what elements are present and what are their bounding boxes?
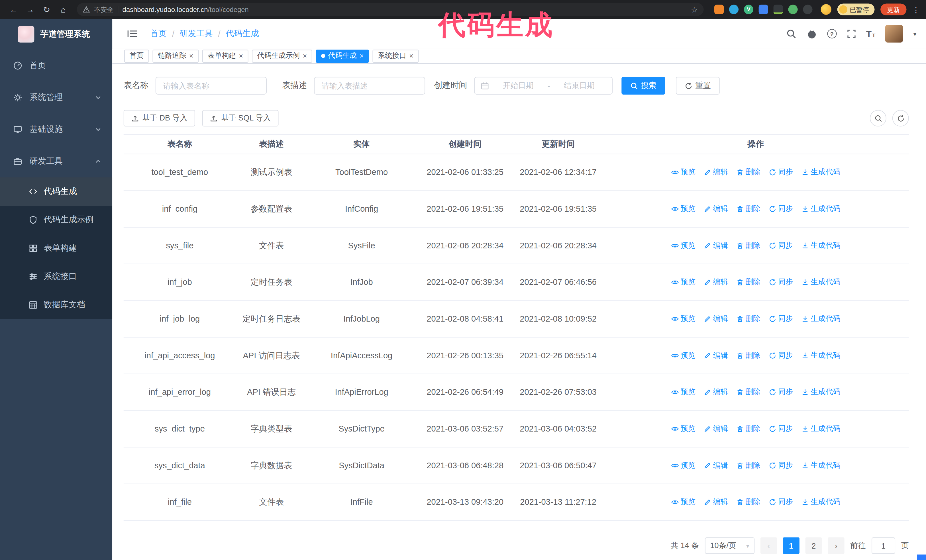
delete-link[interactable]: 删除 [736, 313, 761, 325]
sync-link[interactable]: 同步 [769, 387, 793, 398]
preview-link[interactable]: 预览 [671, 167, 696, 178]
sidebar-item-devtools[interactable]: 研发工具 [0, 146, 112, 177]
preview-link[interactable]: 预览 [671, 240, 696, 252]
generate-code-link[interactable]: 生成代码 [801, 203, 840, 215]
vue-devtools-icon[interactable]: V [744, 5, 754, 14]
edit-link[interactable]: 编辑 [704, 387, 728, 398]
caret-down-icon[interactable]: ▾ [913, 30, 916, 38]
delete-link[interactable]: 删除 [736, 423, 761, 435]
sync-link[interactable]: 同步 [769, 203, 793, 215]
sync-link[interactable]: 同步 [769, 240, 793, 252]
edit-link[interactable]: 编辑 [704, 423, 728, 435]
page-button-1[interactable]: 1 [783, 537, 799, 554]
edit-link[interactable]: 编辑 [704, 497, 728, 508]
update-button[interactable]: 更新 [881, 3, 906, 15]
search-button[interactable]: 搜索 [622, 77, 665, 95]
sidebar-item-home[interactable]: 首页 [0, 50, 112, 82]
tab[interactable]: 系统接口 × [373, 50, 419, 63]
delete-link[interactable]: 删除 [736, 350, 761, 361]
user-avatar[interactable] [885, 25, 903, 43]
preview-link[interactable]: 预览 [671, 277, 696, 288]
reset-button[interactable]: 重置 [676, 77, 720, 95]
table-desc-input[interactable] [314, 77, 425, 95]
help-icon[interactable]: ? [827, 29, 837, 38]
url-bar[interactable]: 不安全 dashboard.yudao.iocoder.cn/tool/code… [77, 3, 704, 16]
prev-page-button[interactable]: ‹ [761, 537, 777, 554]
tab[interactable]: 代码生成 × [316, 50, 369, 63]
tab-close-icon[interactable]: × [409, 53, 413, 60]
delete-link[interactable]: 删除 [736, 203, 761, 215]
fontsize-icon[interactable]: TT [866, 29, 876, 39]
extension-icon[interactable] [788, 5, 797, 14]
sidebar-subitem-codegen[interactable]: 代码生成 [0, 177, 112, 206]
sync-link[interactable]: 同步 [769, 423, 793, 435]
extension-icon[interactable] [773, 5, 783, 14]
hamburger-icon[interactable] [122, 29, 143, 38]
sync-link[interactable]: 同步 [769, 167, 793, 178]
extension-icon[interactable] [714, 5, 724, 14]
import-db-button[interactable]: 基于 DB 导入 [124, 110, 195, 127]
edit-link[interactable]: 编辑 [704, 203, 728, 215]
edit-link[interactable]: 编辑 [704, 460, 728, 471]
browser-menu-icon[interactable]: ⋮ [912, 5, 920, 14]
sidebar-subitem-form-builder[interactable]: 表单构建 [0, 234, 112, 263]
generate-code-link[interactable]: 生成代码 [801, 460, 840, 471]
sidebar-subitem-codegen-example[interactable]: 代码生成示例 [0, 206, 112, 234]
preview-link[interactable]: 预览 [671, 423, 696, 435]
bookmark-star-icon[interactable]: ☆ [691, 5, 698, 14]
tab-close-icon[interactable]: × [189, 53, 194, 60]
fullscreen-icon[interactable] [846, 29, 856, 38]
breadcrumb-item-codegen[interactable]: 代码生成 [225, 29, 259, 39]
generate-code-link[interactable]: 生成代码 [801, 387, 840, 398]
page-size-select[interactable]: 10条/页 ▾ [705, 537, 755, 554]
search-icon[interactable] [787, 29, 796, 39]
goto-page-input[interactable] [872, 537, 895, 554]
import-sql-button[interactable]: 基于 SQL 导入 [202, 110, 278, 127]
sidebar-item-system[interactable]: 系统管理 [0, 82, 112, 113]
delete-link[interactable]: 删除 [736, 167, 761, 178]
tab[interactable]: 代码生成示例 × [252, 50, 312, 63]
generate-code-link[interactable]: 生成代码 [801, 423, 840, 435]
toggle-search-button[interactable] [870, 110, 887, 127]
delete-link[interactable]: 删除 [736, 460, 761, 471]
chrome-profile-avatar[interactable] [821, 4, 831, 15]
preview-link[interactable]: 预览 [671, 203, 696, 215]
edit-link[interactable]: 编辑 [704, 313, 728, 325]
generate-code-link[interactable]: 生成代码 [801, 167, 840, 178]
preview-link[interactable]: 预览 [671, 313, 696, 325]
tab-close-icon[interactable]: × [239, 53, 243, 60]
forward-icon[interactable]: → [23, 5, 38, 14]
edit-link[interactable]: 编辑 [704, 240, 728, 252]
generate-code-link[interactable]: 生成代码 [801, 240, 840, 252]
edit-link[interactable]: 编辑 [704, 277, 728, 288]
sync-link[interactable]: 同步 [769, 350, 793, 361]
extensions-puzzle-icon[interactable] [803, 5, 812, 14]
tab-close-icon[interactable]: × [360, 53, 364, 60]
sync-link[interactable]: 同步 [769, 277, 793, 288]
tab[interactable]: 表单构建 × [202, 50, 248, 63]
generate-code-link[interactable]: 生成代码 [801, 277, 840, 288]
generate-code-link[interactable]: 生成代码 [801, 313, 840, 325]
sync-link[interactable]: 同步 [769, 460, 793, 471]
delete-link[interactable]: 删除 [736, 240, 761, 252]
sidebar-subitem-system-api[interactable]: 系统接口 [0, 262, 112, 291]
generate-code-link[interactable]: 生成代码 [801, 350, 840, 361]
table-name-input[interactable] [156, 77, 267, 95]
preview-link[interactable]: 预览 [671, 460, 696, 471]
preview-link[interactable]: 预览 [671, 387, 696, 398]
back-icon[interactable]: ← [6, 5, 21, 14]
tab[interactable]: 链路追踪 × [153, 50, 198, 63]
refresh-table-button[interactable] [893, 110, 909, 127]
tab-close-icon[interactable]: × [303, 53, 307, 60]
sidebar-item-infrastructure[interactable]: 基础设施 [0, 113, 112, 145]
delete-link[interactable]: 删除 [736, 497, 761, 508]
date-range-picker[interactable]: 开始日期 - 结束日期 [474, 77, 613, 95]
preview-link[interactable]: 预览 [671, 350, 696, 361]
home-icon[interactable]: ⌂ [56, 5, 71, 14]
page-button-2[interactable]: 2 [805, 537, 822, 554]
next-page-button[interactable]: › [828, 537, 844, 554]
extension-icon[interactable] [759, 5, 768, 14]
reload-icon[interactable]: ↻ [39, 5, 54, 14]
preview-link[interactable]: 预览 [671, 497, 696, 508]
breadcrumb-item-home[interactable]: 首页 [150, 29, 167, 39]
